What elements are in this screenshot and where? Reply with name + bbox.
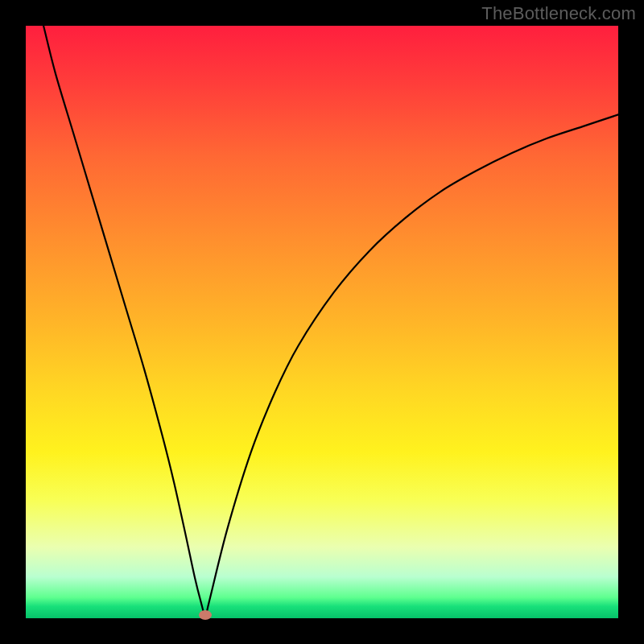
attribution-label: TheBottleneck.com [481, 3, 636, 24]
minimum-marker [199, 610, 212, 620]
bottleneck-curve-path [43, 26, 618, 615]
plot-area [26, 26, 618, 618]
curve-svg [26, 26, 618, 618]
chart-frame: TheBottleneck.com [0, 0, 644, 644]
